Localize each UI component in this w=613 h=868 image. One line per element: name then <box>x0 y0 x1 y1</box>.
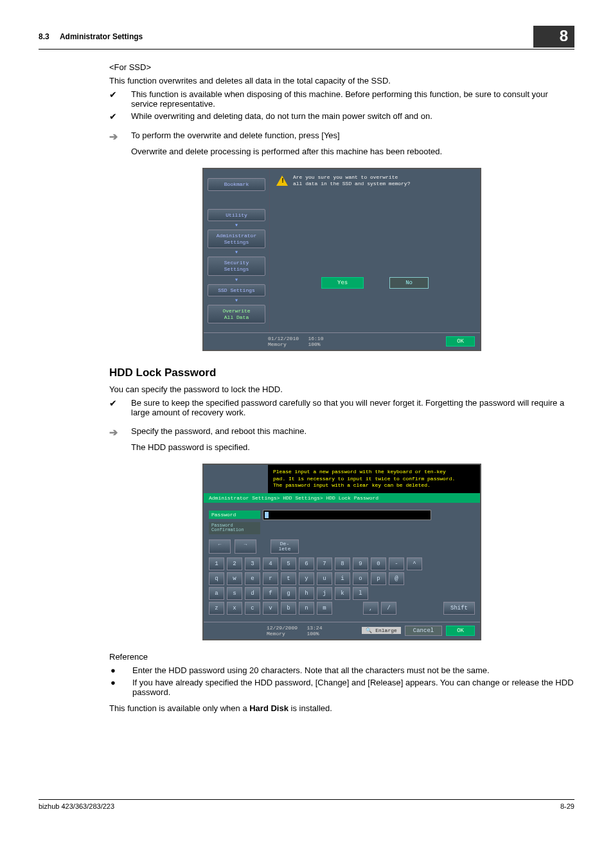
key-^[interactable]: ^ <box>407 557 422 570</box>
key-2[interactable]: 2 <box>227 557 242 570</box>
admin-settings-button[interactable]: Administrator Settings <box>208 230 265 248</box>
key-x[interactable]: x <box>227 602 242 615</box>
overwrite-all-data-button[interactable]: Overwrite All Data <box>208 305 265 323</box>
page-header: 8.3 Administrator Settings 8 <box>39 26 574 50</box>
password-banner: Please input a new password with the key… <box>268 465 480 493</box>
key-p[interactable]: p <box>371 572 386 585</box>
ssd-subhead: <For SSD> <box>109 62 574 72</box>
shift-key[interactable]: Shift <box>443 602 475 615</box>
key-m[interactable]: m <box>317 602 332 615</box>
key-t[interactable]: t <box>281 572 296 585</box>
cursor-right-button[interactable]: → <box>235 539 256 554</box>
key-w[interactable]: w <box>227 572 242 585</box>
arrow-right-icon: ➔ <box>109 426 131 439</box>
key-/[interactable]: / <box>381 602 396 615</box>
chapter-badge: 8 <box>533 26 574 48</box>
key-e[interactable]: e <box>245 572 260 585</box>
key-i[interactable]: i <box>335 572 350 585</box>
ref-bullet-1: Enter the HDD password using 20 characte… <box>132 665 574 675</box>
key-0[interactable]: 0 <box>371 557 386 570</box>
hdd-heading: HDD Lock Password <box>109 366 574 379</box>
key-h[interactable]: h <box>299 587 314 600</box>
figure-hdd-password: Please input a new password with the key… <box>109 464 574 640</box>
key-j[interactable]: j <box>317 587 332 600</box>
check-icon: ✔ <box>109 89 131 100</box>
key-o[interactable]: o <box>353 572 368 585</box>
utility-button[interactable]: Utility <box>208 209 265 222</box>
chevron-down-icon: ▾ <box>208 278 265 282</box>
key--[interactable]: - <box>389 557 404 570</box>
ssd-arrow-1: To perform the overwrite and delete func… <box>131 131 574 140</box>
chevron-down-icon: ▾ <box>208 299 265 302</box>
delete-button[interactable]: De- lete <box>271 539 299 554</box>
ssd-arrow-1-sub: Overwrite and delete processing is perfo… <box>131 147 574 156</box>
footer-page: 8-29 <box>560 802 574 810</box>
ssd-bullet-1: This function is available when disposin… <box>131 89 574 109</box>
key-g[interactable]: g <box>281 587 296 600</box>
hdd-desc: You can specify the password to lock the… <box>109 384 574 394</box>
figure-overwrite-dialog: Bookmark Utility ▾ Administrator Setting… <box>109 168 574 351</box>
chevron-down-icon: ▾ <box>208 251 265 254</box>
key-3[interactable]: 3 <box>245 557 260 570</box>
warning-text: Are you sure you want to overwrite all d… <box>293 174 410 186</box>
ok-button[interactable]: OK <box>446 626 475 636</box>
security-settings-button[interactable]: Security Settings <box>208 257 265 275</box>
key-f[interactable]: f <box>263 587 278 600</box>
status-bar: 12/29/2009 13:24 Memory 100% <box>209 625 358 637</box>
final-note: This function is available only when a H… <box>109 703 574 713</box>
password-input[interactable] <box>263 510 431 520</box>
key-,[interactable]: , <box>363 602 378 615</box>
key-z[interactable]: z <box>209 602 224 615</box>
on-screen-keyboard: 1234567890-^ qwertyuiop@ asdfghjkl zxcvb… <box>204 557 480 622</box>
key-y[interactable]: y <box>299 572 314 585</box>
hdd-bullet-1: Be sure to keep the specified password c… <box>131 398 574 417</box>
bookmark-button[interactable]: Bookmark <box>208 178 265 191</box>
ref-bullet-2: If you have already specified the HDD pa… <box>132 678 574 697</box>
bullet-dot-icon: ● <box>109 678 132 687</box>
key-6[interactable]: 6 <box>299 557 314 570</box>
enlarge-button[interactable]: 🔍 Enlarge <box>362 627 400 634</box>
key-l[interactable]: l <box>353 587 368 600</box>
breadcrumb: Administrator Settings> HDD Settings> HD… <box>204 493 480 503</box>
key-1[interactable]: 1 <box>209 557 224 570</box>
page-footer: bizhub 423/363/283/223 8-29 <box>39 799 574 810</box>
key-8[interactable]: 8 <box>335 557 350 570</box>
ok-button[interactable]: OK <box>446 336 475 347</box>
ssd-settings-button[interactable]: SSD Settings <box>208 284 265 297</box>
hdd-arrow-1-sub: The HDD password is specified. <box>131 442 574 452</box>
check-icon: ✔ <box>109 398 131 408</box>
key-d[interactable]: d <box>245 587 260 600</box>
footer-model: bizhub 423/363/283/223 <box>39 802 114 810</box>
key-s[interactable]: s <box>227 587 242 600</box>
bullet-dot-icon: ● <box>109 665 132 675</box>
section-number: 8.3 <box>39 32 49 41</box>
reference-heading: Reference <box>109 652 574 662</box>
section-title: Administrator Settings <box>60 32 143 41</box>
key-4[interactable]: 4 <box>263 557 278 570</box>
hdd-arrow-1: Specify the password, and reboot this ma… <box>131 426 574 436</box>
ssd-bullet-2: While overwriting and deleting data, do … <box>131 111 574 121</box>
key-@[interactable]: @ <box>389 572 404 585</box>
password-label: Password <box>209 511 260 519</box>
key-5[interactable]: 5 <box>281 557 296 570</box>
cancel-button[interactable]: Cancel <box>405 626 442 636</box>
key-a[interactable]: a <box>209 587 224 600</box>
key-9[interactable]: 9 <box>353 557 368 570</box>
chevron-down-icon: ▾ <box>208 224 265 227</box>
key-r[interactable]: r <box>263 572 278 585</box>
ssd-desc: This function overwrites and deletes all… <box>109 76 574 86</box>
check-icon: ✔ <box>109 111 131 122</box>
warning-icon <box>276 176 288 186</box>
password-confirm-label: Password Confirmation <box>209 522 260 534</box>
cursor-left-button[interactable]: ← <box>209 539 231 554</box>
key-v[interactable]: v <box>263 602 278 615</box>
key-n[interactable]: n <box>299 602 314 615</box>
key-k[interactable]: k <box>335 587 350 600</box>
key-b[interactable]: b <box>281 602 296 615</box>
no-button[interactable]: No <box>389 277 429 289</box>
key-c[interactable]: c <box>245 602 260 615</box>
key-u[interactable]: u <box>317 572 332 585</box>
key-q[interactable]: q <box>209 572 224 585</box>
key-7[interactable]: 7 <box>317 557 332 570</box>
yes-button[interactable]: Yes <box>321 277 364 289</box>
